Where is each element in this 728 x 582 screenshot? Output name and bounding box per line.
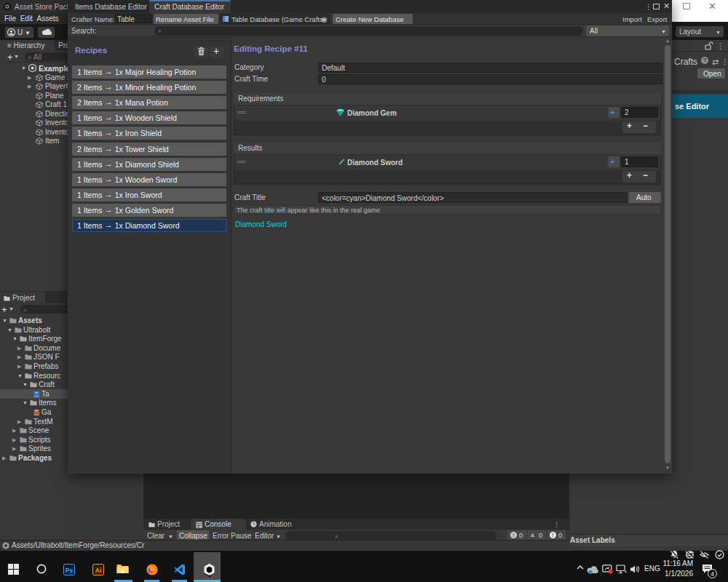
svg-text:Ai: Ai xyxy=(95,567,102,574)
svg-text:Ps: Ps xyxy=(66,567,74,574)
svg-text:i: i xyxy=(590,570,591,574)
